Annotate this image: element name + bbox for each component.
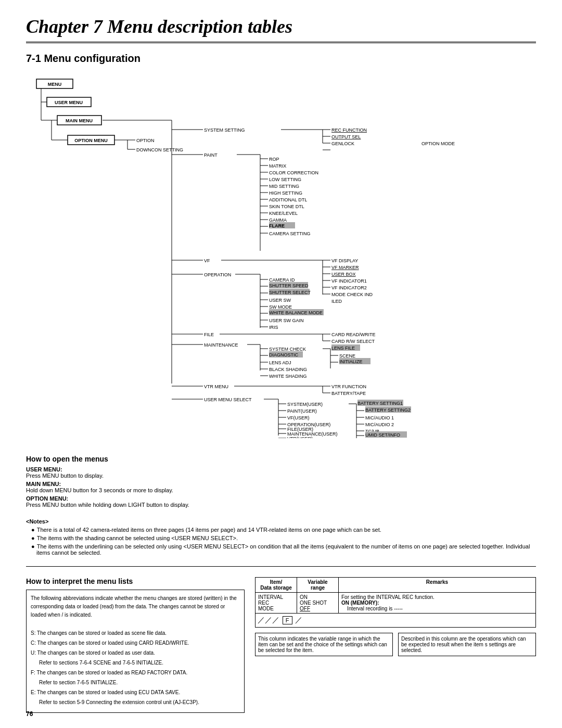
notes-title: <Notes> — [26, 518, 536, 525]
svg-text:SHUTTER SPEED: SHUTTER SPEED — [269, 283, 309, 288]
svg-text:OPTION MENU: OPTION MENU — [74, 138, 108, 143]
svg-text:PAINT: PAINT — [204, 152, 218, 158]
svg-text:OPTION: OPTION — [136, 138, 155, 143]
svg-text:VF: VF — [204, 258, 210, 263]
abbrev-intro: The following abbreviations indicate whe… — [31, 594, 240, 619]
main-menu-label: MAIN MENU: — [26, 481, 61, 487]
svg-text:MIC/AUDIO 2: MIC/AUDIO 2 — [365, 422, 394, 427]
svg-text:SYSTEM CHECK: SYSTEM CHECK — [269, 347, 306, 352]
col-remarks: Remarks — [339, 578, 536, 593]
svg-text:BATTERY SETTING1: BATTERY SETTING1 — [357, 401, 403, 406]
column-desc-text: This column indicates the variable range… — [258, 636, 387, 653]
svg-text:VF(USER): VF(USER) — [287, 415, 310, 420]
svg-text:SYSTEM(USER): SYSTEM(USER) — [287, 402, 323, 407]
interpret-table: Item/Data storage Variablerange Remarks … — [255, 577, 536, 628]
remarks-desc-text: Described in this column are the operati… — [401, 636, 526, 653]
cell-slash: ／／／ F ／ — [256, 614, 536, 628]
page-title: Chapter 7 Menu description tables — [26, 16, 536, 43]
notes-item-3: The items with the underlining can be se… — [31, 543, 536, 556]
how-to-section: How to open the menus USER MENU: Press M… — [26, 455, 224, 510]
svg-text:ADDITIONAL DTL: ADDITIONAL DTL — [269, 197, 307, 202]
interpret-title: How to interpret the menu lists — [26, 577, 245, 585]
notes-list: There is a total of 42 camera-related it… — [26, 527, 536, 556]
svg-text:MID SETTING: MID SETTING — [269, 184, 299, 189]
notes-item-2: The items with the shading cannot be sel… — [31, 535, 536, 541]
svg-text:USER MENU: USER MENU — [55, 100, 83, 105]
svg-text:VTR MENU: VTR MENU — [204, 384, 228, 389]
svg-text:REC FUNCTION: REC FUNCTION — [331, 127, 367, 133]
cell-item: INTERVAL RECMODE — [256, 593, 297, 614]
svg-text:SW MODE: SW MODE — [269, 304, 292, 310]
svg-text:VTR FUNCTION: VTR FUNCTION — [331, 384, 366, 389]
svg-text:USER BOX: USER BOX — [331, 272, 356, 277]
abbrev-items: S: The changes can be stored or loaded a… — [31, 629, 240, 707]
svg-text:SKIN TONE DTL: SKIN TONE DTL — [269, 204, 304, 209]
notes-section: <Notes> There is a total of 42 camera-re… — [26, 518, 536, 556]
option-menu-desc: Press MENU button while holding down LIG… — [26, 502, 189, 508]
svg-text:LENS ADJ: LENS ADJ — [269, 360, 291, 365]
svg-text:MAINTENANCE: MAINTENANCE — [204, 342, 238, 348]
svg-text:MIC/AUDIO 1: MIC/AUDIO 1 — [365, 415, 394, 420]
svg-text:USER SW GAIN: USER SW GAIN — [269, 318, 304, 323]
svg-text:MAIN MENU: MAIN MENU — [66, 118, 93, 123]
svg-text:VF INDICATOR2: VF INDICATOR2 — [331, 285, 367, 290]
svg-text:MODE CHECK IND: MODE CHECK IND — [331, 292, 373, 297]
notes-item-1: There is a total of 42 camera-related it… — [31, 527, 536, 533]
f-symbol: F — [283, 616, 292, 624]
svg-text:MENU: MENU — [48, 82, 62, 87]
svg-text:BATTERY/TAPE: BATTERY/TAPE — [331, 391, 366, 396]
svg-text:DIAGNOSTIC: DIAGNOSTIC — [269, 352, 299, 357]
abbrev-f: F: The changes can be stored or loaded a… — [31, 669, 240, 677]
abbrev-u-ref: Refer to sections 7-6-4 SCENE and 7-6-5 … — [31, 659, 240, 667]
main-menu-desc: Hold down MENU button for 3 seconds or m… — [26, 487, 173, 493]
abbrev-s: S: The changes can be stored or loaded a… — [31, 629, 240, 637]
svg-text:MATRIX: MATRIX — [269, 163, 286, 169]
svg-text:WHITE SHADING: WHITE SHADING — [269, 374, 307, 379]
bottom-section: How to interpret the menu lists The foll… — [26, 577, 536, 713]
svg-text:OPERATION: OPERATION — [204, 272, 231, 277]
svg-text:OPTION MODE: OPTION MODE — [422, 141, 455, 146]
cell-range: ONONE SHOTOFF — [297, 593, 339, 614]
svg-text:CAMERA SETTING: CAMERA SETTING — [269, 231, 311, 236]
cell-remarks: For setting the INTERVAL REC function.ON… — [339, 593, 536, 614]
svg-text:VF DISPLAY: VF DISPLAY — [331, 258, 358, 263]
svg-text:WHITE BALANCE MODE: WHITE BALANCE MODE — [269, 310, 323, 315]
svg-text:SYSTEM SETTING: SYSTEM SETTING — [204, 127, 245, 133]
how-to-title: How to open the menus — [26, 455, 224, 463]
table-row-slash: ／／／ F ／ — [256, 614, 536, 628]
remarks-desc-box: Described in this column are the operati… — [398, 633, 536, 656]
svg-text:ROP: ROP — [269, 157, 279, 162]
svg-text:CAMERA ID: CAMERA ID — [269, 277, 295, 283]
svg-text:IRIS: IRIS — [269, 325, 278, 330]
svg-text:CARD READ/WRITE: CARD READ/WRITE — [331, 332, 376, 337]
col-item: Item/Data storage — [256, 578, 297, 593]
table-row: INTERVAL RECMODE ONONE SHOTOFF For setti… — [256, 593, 536, 614]
abbreviations-box: The following abbreviations indicate whe… — [26, 590, 245, 713]
section-title: 7-1 Menu configuration — [26, 53, 536, 65]
svg-text:DOWNCON SETTING: DOWNCON SETTING — [136, 147, 183, 152]
svg-text:INITIALIZE: INITIALIZE — [339, 359, 363, 364]
svg-text:OUTPUT SEL: OUTPUT SEL — [331, 134, 361, 139]
svg-text:LOW SETTING: LOW SETTING — [269, 177, 301, 182]
abbrev-u: U: The changes can be stored or loaded a… — [31, 649, 240, 657]
svg-text:GAMMA: GAMMA — [269, 218, 287, 223]
svg-text:HIGH SETTING: HIGH SETTING — [269, 190, 302, 196]
svg-text:VF MARKER: VF MARKER — [331, 265, 359, 270]
svg-text:BATTERY SETTING2: BATTERY SETTING2 — [365, 407, 411, 413]
slash-symbols-2: ／ — [295, 616, 302, 624]
svg-text:USER MENU SELECT: USER MENU SELECT — [204, 397, 252, 402]
right-tables: Item/Data storage Variablerange Remarks … — [255, 577, 536, 713]
col-variable: Variablerange — [297, 578, 339, 593]
user-menu-label: USER MENU: — [26, 466, 62, 472]
menu-diagram: MENU USER MENU MAIN MENU OPTION MENU OPT… — [26, 74, 536, 439]
table-descriptions: This column indicates the variable range… — [255, 633, 536, 656]
abbrev-c: C: The changes can be stored or loaded u… — [31, 639, 240, 647]
svg-text:FLARE: FLARE — [269, 223, 285, 228]
abbrev-f-ref: Refer to section 7-6-5 INITIALIZE. — [31, 679, 240, 687]
svg-text:VF INDICATOR1: VF INDICATOR1 — [331, 278, 367, 284]
svg-text:KNEE/LEVEL: KNEE/LEVEL — [269, 211, 298, 216]
slash-symbols: ／／／ — [258, 616, 279, 624]
abbrev-e: E: The changes can be stored or loaded u… — [31, 688, 240, 697]
svg-text:CARD R/W SELECT: CARD R/W SELECT — [331, 339, 375, 344]
interpret-section: How to interpret the menu lists The foll… — [26, 577, 245, 713]
